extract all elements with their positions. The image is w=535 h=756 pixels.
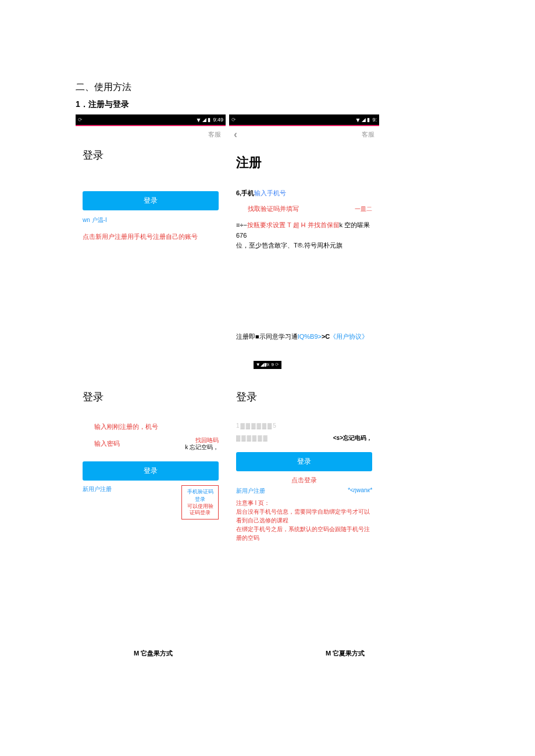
signal-icon: ◢ xyxy=(202,117,206,123)
status-bar: ⟳ ▼ ◢ ▮ 9:49 xyxy=(76,114,226,125)
pwd-prefix: ≡÷− xyxy=(236,221,247,228)
agree-link1[interactable]: IQ%B9> xyxy=(298,333,322,340)
phone-field-row[interactable]: 1▓▓▓▓▓▓5 xyxy=(236,422,372,429)
note-2: 在绑定手机号之后，系统默认的空码会跟随手机号注册的空码 xyxy=(236,525,372,542)
annotation-register: 点击新用户注册用手机号注册自己的账号 xyxy=(83,232,219,241)
screen-login-4: 登录 1▓▓▓▓▓▓5 ▓▓▓▓▓▓ <s>忘记电码， 登录 点击登录 新用户注… xyxy=(229,386,379,544)
phone-field-row[interactable]: 输入刚刚注册的，机号 xyxy=(83,422,219,431)
wifi-icon: ▼ xyxy=(256,362,261,367)
kefu-link[interactable]: 客服 xyxy=(362,130,374,139)
status-bar-mini: ▼ ◢ ▮ 9: 9 ⟳ xyxy=(254,361,282,369)
subsection: 1．注册与登录 xyxy=(76,99,459,110)
login-button[interactable]: 登录 xyxy=(83,461,219,481)
status-bar: ⟳ ▼ ◢ ▮ 9: xyxy=(229,114,379,125)
bottom-right: M 它夏果方式 xyxy=(268,649,459,658)
battery-icon: ▮ xyxy=(367,117,370,123)
note-title: 注意事 l 页： xyxy=(236,499,372,507)
pwd-line2: 位，至少笆含敢字、T®.符号周朴元旗 xyxy=(236,241,372,251)
page-title: 登录 xyxy=(83,148,219,162)
nav-bar: 客服 xyxy=(76,126,226,142)
subsection-text: ．注册与登录 xyxy=(80,99,129,109)
agree-link2[interactable]: 《用户协议》 xyxy=(330,333,368,340)
password-field-row[interactable]: 输入密码 找回咯码 k 忘记空码， xyxy=(83,437,219,451)
forgot-black: k 忘记空码， xyxy=(185,444,219,450)
back-icon[interactable]: ‹ xyxy=(234,128,237,141)
battery-icon: ▮ xyxy=(208,117,211,123)
wifi-icon: ▼ xyxy=(196,117,202,123)
screen-login-3: 登录 输入刚刚注册的，机号 输入密码 找回咯码 k 忘记空码， 登录 新用户注册 xyxy=(76,386,226,544)
agree-bold: >C xyxy=(322,333,330,340)
page-title: 注册 xyxy=(236,154,372,171)
forgot-password[interactable]: 找回咯码 k 忘记空码， xyxy=(185,437,219,451)
notes-block: 注意事 l 页： 后台没有手机号信息，需要同学自助绑定学号才可以看到自己选修的课… xyxy=(236,499,372,542)
forgot-password[interactable]: <s>忘记电码， xyxy=(333,435,372,442)
code-right: 一皿二 xyxy=(355,205,372,213)
status-time: 9:49 xyxy=(213,117,223,123)
status-time: 9: xyxy=(372,117,377,123)
bottom-left: M 它盘果方式 xyxy=(76,649,268,658)
page-title: 登录 xyxy=(83,390,226,404)
wifi-icon: ▼ xyxy=(355,117,361,123)
annotation-phone: 输入刚刚注册的，机号 xyxy=(83,422,219,431)
code-annotation: 找取验证吗并填写 xyxy=(248,205,299,213)
refresh-icon: ⟳ xyxy=(275,362,279,367)
greek-text: *<ηwaпк* xyxy=(348,487,372,495)
refresh-icon: ⟳ xyxy=(78,117,86,123)
phone-placeholder: 输入手机号 xyxy=(254,189,286,198)
forgot-red: 找回咯码 xyxy=(195,437,219,443)
note-1: 后台没有手机号信息，需要同学自助绑定学号才可以看到自己选修的课程 xyxy=(236,507,372,525)
subsection-number: 1 xyxy=(76,99,80,109)
kefu-link[interactable]: 客服 xyxy=(208,130,221,139)
password-field-row[interactable]: ▓▓▓▓▓▓ <s>忘记电码， xyxy=(236,435,372,442)
new-user-link[interactable]: 新用户注册 xyxy=(83,485,112,519)
nav-bar: ‹ 客服 xyxy=(229,126,379,142)
screen-login-1: ⟳ ▼ ◢ ▮ 9:49 客服 登录 登录 wn 户温-I xyxy=(76,114,226,343)
login-button[interactable]: 登录 xyxy=(236,452,372,471)
phone-input-row[interactable]: 6,手机 输入手机号 xyxy=(236,189,372,198)
pwd-red: 按瓶要求设置 T 超 H 并找首保留 xyxy=(247,221,340,228)
password-value-masked: ▓▓▓▓▓▓ xyxy=(236,435,269,441)
annotation-password: 输入密码 xyxy=(83,439,185,448)
section-title: 二、使用方法 xyxy=(76,81,459,94)
screen-register: ⟳ ▼ ◢ ▮ 9: ‹ 客服 注册 6,手机 输入手机号 xyxy=(229,114,379,343)
page-title: 登录 xyxy=(236,390,379,404)
sms-annotation: 可以使用验证码登录 xyxy=(186,503,215,517)
signal-icon: ◢ xyxy=(362,117,366,123)
bottom-row: M 它盘果方式 M 它夏果方式 xyxy=(76,649,459,658)
agreement-text: 注册即■示同意学习通IQ%B9>>C《用户协议》 xyxy=(236,332,372,341)
password-requirement: ≡÷−按瓶要求设置 T 超 H 并找首保留k 空的嚯果 676 位，至少笆含敢字… xyxy=(236,220,372,251)
code-input-row[interactable]: 找取验证吗并填写 一皿二 xyxy=(236,205,372,213)
phone-value-masked: 1▓▓▓▓▓▓5 xyxy=(236,422,277,429)
refresh-icon: ⟳ xyxy=(231,117,240,123)
login-button[interactable]: 登录 xyxy=(83,191,219,210)
status-time: 9: 9 xyxy=(266,362,274,367)
phone-label: 6,手机 xyxy=(236,189,254,198)
agree-prefix: 注册即■示同意学习通 xyxy=(236,333,298,340)
annotation-click-login: 点击登录 xyxy=(236,476,372,485)
new-user-link[interactable]: wn 户温-I xyxy=(83,216,107,224)
sms-login-link: 手机验证码登录 xyxy=(186,488,215,503)
sms-login-box[interactable]: 手机验证码登录 可以使用验证码登录 xyxy=(181,485,219,519)
new-user-link[interactable]: 新用户注册 xyxy=(236,487,265,495)
